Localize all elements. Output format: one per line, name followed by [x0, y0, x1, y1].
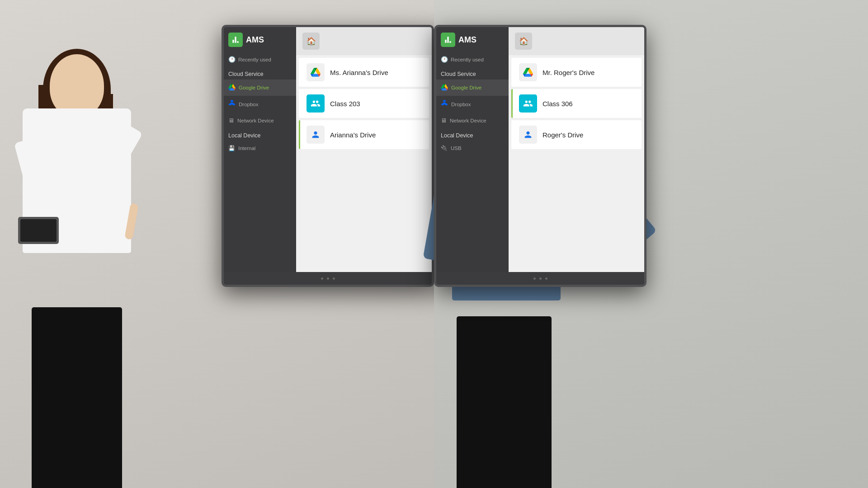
recently-used-right[interactable]: 🕐 Recently used — [436, 52, 509, 66]
ariannas-drive-name: Arianna's Drive — [330, 131, 376, 139]
monitor-left-footer — [224, 272, 432, 285]
local-device-label-left: Local Device — [224, 128, 296, 141]
internal-icon-left: 💾 — [228, 145, 235, 151]
network-icon-left: 🖥 — [228, 117, 234, 124]
sidebar-item-google-drive-left[interactable]: Google Drive — [224, 80, 296, 96]
file-item-mr-rogers[interactable]: Mr. Roger's Drive — [511, 58, 642, 87]
footer-dot-r3 — [545, 277, 547, 280]
monitor-left-wrapper: AMS 🕐 Recently used Cloud Service — [222, 25, 434, 287]
monitor-left-content: AMS 🕐 Recently used Cloud Service — [224, 27, 432, 272]
panel-right: AMS 🕐 Recently used Cloud Service — [434, 0, 868, 488]
class-203-name: Class 203 — [330, 100, 360, 108]
mr-rogers-name: Mr. Roger's Drive — [542, 69, 594, 76]
file-item-ariannas-drive[interactable]: Arianna's Drive — [299, 120, 429, 149]
cloud-service-label-left: Cloud Service — [224, 66, 296, 80]
google-drive-icon-left — [228, 84, 236, 92]
dropbox-label-left: Dropbox — [239, 102, 258, 107]
usb-icon-right: 🔌 — [441, 145, 448, 151]
home-icon-left: 🏠 — [307, 37, 316, 46]
network-label-right: Network Device — [450, 118, 486, 123]
footer-dot-r2 — [539, 277, 542, 280]
recently-used-left[interactable]: 🕐 Recently used — [224, 52, 296, 66]
sidebar-item-google-drive-right[interactable]: Google Drive — [436, 80, 509, 96]
google-drive-icon-right — [441, 84, 448, 92]
file-item-class-306[interactable]: Class 306 — [511, 89, 642, 118]
footer-dot-3 — [333, 277, 335, 280]
man-legs — [457, 316, 552, 488]
ariannas-drive-icon — [307, 126, 325, 144]
footer-dot-1 — [321, 277, 323, 280]
ams-title-left: AMS — [246, 35, 264, 45]
dropbox-icon-left — [228, 100, 236, 109]
ms-arianna-name: Ms. Arianna's Drive — [330, 69, 388, 76]
panel-left: AMS 🕐 Recently used Cloud Service — [0, 0, 434, 488]
ams-logo-right — [441, 33, 455, 47]
woman-legs — [32, 307, 122, 488]
main-left: 🏠 — [296, 27, 432, 272]
ms-arianna-icon — [307, 63, 325, 81]
sidebar-item-dropbox-left[interactable]: Dropbox — [224, 96, 296, 113]
dropbox-icon-right — [441, 100, 448, 109]
sidebar-item-internal-left[interactable]: 💾 Internal — [224, 141, 296, 155]
clock-icon-right: 🕐 — [441, 56, 448, 63]
local-device-label-right: Local Device — [436, 128, 509, 141]
monitor-right-content: AMS 🕐 Recently used Cloud Service — [436, 27, 644, 272]
app-container: AMS 🕐 Recently used Cloud Service — [0, 0, 868, 488]
class-306-name: Class 306 — [542, 100, 573, 108]
main-right: 🏠 — [509, 27, 644, 272]
footer-dot-2 — [327, 277, 329, 280]
sidebar-item-network-left[interactable]: 🖥 Network Device — [224, 113, 296, 128]
home-button-left[interactable]: 🏠 — [302, 33, 320, 50]
main-header-right: 🏠 — [509, 27, 644, 55]
sidebar-right-header: AMS — [436, 27, 509, 52]
monitor-right-footer — [436, 272, 644, 285]
monitor-right-wrapper: AMS 🕐 Recently used Cloud Service — [434, 25, 646, 287]
woman-figure — [0, 36, 154, 488]
class-203-icon — [307, 94, 325, 113]
monitor-right-frame: AMS 🕐 Recently used Cloud Service — [434, 25, 646, 287]
sidebar-left: AMS 🕐 Recently used Cloud Service — [224, 27, 296, 272]
monitor-left-frame: AMS 🕐 Recently used Cloud Service — [222, 25, 434, 287]
sidebar-item-usb-right[interactable]: 🔌 USB — [436, 141, 509, 155]
sidebar-right: AMS 🕐 Recently used Cloud Service — [436, 27, 509, 272]
network-icon-right: 🖥 — [441, 117, 447, 124]
file-item-ms-arianna[interactable]: Ms. Arianna's Drive — [299, 58, 429, 87]
sidebar-item-network-right[interactable]: 🖥 Network Device — [436, 113, 509, 128]
sidebar-item-dropbox-right[interactable]: Dropbox — [436, 96, 509, 113]
ams-logo-left — [228, 33, 243, 47]
file-list-left: Ms. Arianna's Drive Class 203 — [296, 55, 432, 272]
footer-dot-r1 — [533, 277, 536, 280]
google-drive-label-right: Google Drive — [451, 85, 481, 90]
home-icon-right: 🏠 — [519, 37, 528, 46]
home-button-right[interactable]: 🏠 — [515, 33, 532, 50]
woman-tablet-screen — [20, 219, 57, 242]
main-header-left: 🏠 — [296, 27, 432, 55]
file-item-class-203[interactable]: Class 203 — [299, 89, 429, 118]
file-list-right: Mr. Roger's Drive Class 306 — [509, 55, 644, 272]
google-drive-label-left: Google Drive — [239, 85, 269, 90]
ams-title-right: AMS — [458, 35, 476, 45]
sidebar-left-header: AMS — [224, 27, 296, 52]
clock-icon-left: 🕐 — [228, 56, 236, 63]
rogers-drive-icon — [519, 126, 537, 144]
cloud-service-label-right: Cloud Service — [436, 66, 509, 80]
rogers-drive-name: Roger's Drive — [542, 131, 583, 139]
dropbox-label-right: Dropbox — [451, 102, 471, 107]
network-label-left: Network Device — [237, 118, 274, 123]
woman-head — [50, 54, 104, 117]
class-306-icon — [519, 94, 537, 113]
file-item-rogers-drive[interactable]: Roger's Drive — [511, 120, 642, 149]
mr-rogers-icon — [519, 63, 537, 81]
